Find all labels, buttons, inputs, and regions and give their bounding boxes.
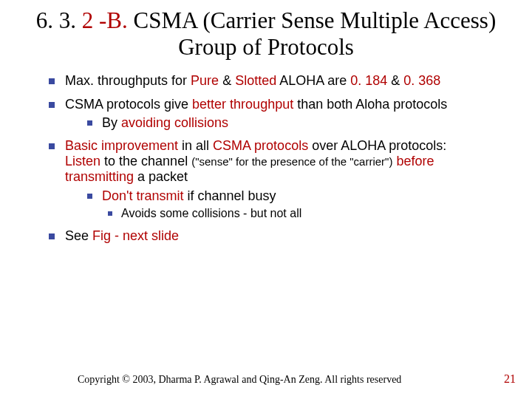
text: ALOHA are — [276, 73, 350, 88]
text: to the channel — [100, 154, 191, 168]
copyright-text: Copyright © 2003, Dharma P. Agrawal and … — [78, 374, 401, 386]
text: & — [219, 73, 235, 88]
sub-sub-bullet-avoids-some: Avoids some collisions - but not all — [106, 207, 502, 221]
text: a packet — [134, 169, 188, 184]
title-letter: 2 -B. — [82, 7, 128, 33]
value-pure: 0. 184 — [350, 73, 387, 88]
text: By — [102, 115, 121, 130]
bullet-basic-improvement: Basic improvement in all CSMA protocols … — [46, 138, 502, 221]
title-section-number: 6. 3. — [36, 7, 76, 33]
text: See — [65, 228, 92, 243]
text: if channel busy — [183, 188, 276, 203]
basic-improvement: Basic improvement — [65, 138, 178, 153]
value-slotted: 0. 368 — [403, 73, 440, 88]
text: Avoids some collisions - but not all — [121, 207, 301, 219]
fig-next-slide: Fig - next slide — [92, 228, 179, 243]
text: than both Aloha protocols — [293, 97, 447, 112]
avoiding-collisions: avoiding collisions — [121, 115, 228, 130]
slide: 6. 3. 2 -B. CSMA (Carrier Sense Multiple… — [0, 0, 532, 399]
text: CSMA protocols give — [65, 97, 192, 112]
text: over ALOHA protocols: — [308, 138, 446, 153]
page-number: 21 — [504, 372, 516, 386]
title-text: CSMA (Carrier Sense Multiple Access) Gro… — [128, 7, 497, 60]
text: in all — [178, 138, 213, 153]
bullet-aloha-throughput: Max. throughputs for Pure & Slotted ALOH… — [46, 73, 502, 89]
bullet-csma-better: CSMA protocols give better throughput th… — [46, 97, 502, 131]
dont-transmit: Don't transmit — [102, 188, 183, 203]
bullet-see-fig: See Fig - next slide — [46, 228, 502, 244]
sense-note: ("sense" for the presence of the "carrie… — [191, 155, 392, 168]
sub-bullet-avoid: By avoiding collisions — [86, 115, 502, 131]
pure: Pure — [191, 73, 219, 88]
better-throughput: better throughput — [192, 97, 293, 112]
slide-title: 6. 3. 2 -B. CSMA (Carrier Sense Multiple… — [0, 0, 532, 60]
slide-body: Max. throughputs for Pure & Slotted ALOH… — [0, 60, 532, 244]
listen: Listen — [65, 154, 100, 168]
csma-protocols: CSMA protocols — [213, 138, 308, 153]
footer: Copyright © 2003, Dharma P. Agrawal and … — [0, 369, 532, 386]
text: & — [387, 73, 403, 88]
sub-bullet-dont-transmit: Don't transmit if channel busy — [86, 188, 502, 204]
text: Max. throughputs for — [65, 73, 191, 88]
slotted: Slotted — [235, 73, 276, 88]
